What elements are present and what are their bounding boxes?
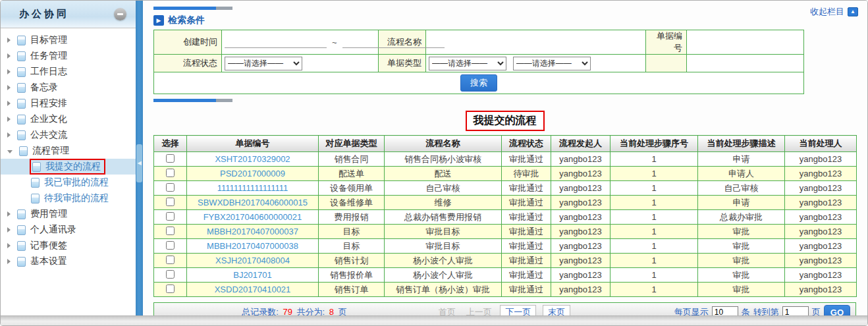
row-checkbox[interactable] [166,212,175,221]
row-checkbox[interactable] [166,183,175,192]
sidebar-item[interactable]: 待我审批的流程 [1,190,136,206]
row-checkbox[interactable] [166,285,175,293]
doc-number-link[interactable]: MBBH20170407000037 [207,227,298,236]
sidebar-item-box: 基本设置 [16,255,70,268]
row-checkbox[interactable] [166,227,175,235]
doc-number-label: 单据编号 [646,30,687,55]
minus-icon[interactable] [114,8,126,20]
collapse-column-link[interactable]: 收起栏目 ▲ [810,6,858,18]
row-checkbox[interactable] [166,198,175,206]
sidebar-item-box: 目标管理 [16,34,70,47]
row-checkbox[interactable] [166,270,175,279]
sidebar-item[interactable]: 公共交流 [1,127,136,143]
sidebar-item[interactable]: 流程管理 [1,143,136,159]
doc-number-input[interactable] [690,36,799,49]
sidebar-item[interactable]: 企业文化 [1,111,136,127]
initiator-cell: yangbo123 [551,283,610,297]
chevron-right-icon[interactable] [7,243,11,248]
doc-number-link[interactable]: 11111111111111111 [217,183,288,193]
sidebar-item-label: 企业文化 [30,113,67,125]
chevron-right-icon[interactable] [7,132,11,138]
doc-number-link[interactable]: XSHT20170329002 [215,154,290,164]
sidebar-item[interactable]: 基本设置 [1,254,136,269]
collapse-up-icon[interactable]: ▲ [848,7,858,16]
row-checkbox[interactable] [166,169,175,177]
initiator-cell: yangbo123 [551,225,610,239]
row-checkbox[interactable] [166,241,175,250]
row-checkbox[interactable] [166,154,175,163]
chevron-right-icon[interactable] [7,85,11,90]
sidebar-item[interactable]: 日程安排 [1,95,136,111]
doc-type-select-2[interactable]: ——请选择—— [513,57,591,70]
process-name-cell: 维修 [385,196,502,210]
chevron-right-icon[interactable] [7,227,11,232]
sidebar-item-box: 备忘录 [16,81,61,94]
sidebar-item-box: 我已审批的流程 [30,176,112,189]
chevron-right-icon[interactable] [7,259,11,264]
row-checkbox[interactable] [166,256,175,264]
empty-label-cell [646,55,687,72]
doc-number-cell: XSDD20170410021 [187,283,319,297]
table-row: XSHT20170329002销售合同销售合同杨小波审核审批通过yangbo12… [154,152,857,167]
sidebar-item[interactable]: 记事便签 [1,238,136,254]
document-icon [17,99,26,109]
doc-number-link[interactable]: XSJH20170408004 [215,256,290,265]
chevron-right-icon[interactable] [7,101,11,106]
doc-number-link[interactable]: BJ201701 [233,270,272,280]
sidebar-item-box: 待我审批的流程 [30,192,112,205]
sidebar-item-label: 我已审批的流程 [44,177,109,188]
chevron-right-icon[interactable] [7,53,11,59]
chevron-right-icon[interactable] [7,117,11,122]
search-section-title: 检索条件 [168,14,205,26]
sidebar-item-box: 公共交流 [16,128,70,142]
doc-type-select-1[interactable]: ——请选择—— [429,57,506,70]
date-range-separator: ~ [332,38,337,47]
select-cell [154,254,187,268]
document-icon [17,209,26,219]
sidebar-item[interactable]: 我已审批的流程 [1,175,136,190]
page-title: 我提交的流程 [466,111,545,131]
step-no-cell: 1 [610,196,698,210]
search-form: 创建时间 ~ 流程名称 单据编号 流程状态 ——请选择—— [153,30,804,94]
process-status-select[interactable]: ——请选择—— [225,57,302,70]
sidebar-item[interactable]: 任务管理 [1,48,136,64]
sidebar-item[interactable]: 费用管理 [1,206,136,222]
doc-type-cell: 销售订单 [319,283,385,297]
initiator-cell: yangbo123 [551,210,610,225]
sidebar-item-label: 基本设置 [30,256,67,267]
sidebar-item[interactable]: 目标管理 [1,32,136,48]
process-name-input[interactable] [429,36,639,49]
column-header: 当前处理步骤描述 [698,136,785,152]
sidebar-item-label: 个人通讯录 [30,224,76,236]
create-time-label: 创建时间 [154,30,222,55]
sidebar-item-label: 公共交流 [30,129,67,141]
doc-number-link[interactable]: PSD2017000009 [220,169,285,178]
initiator-cell: yangbo123 [551,254,610,268]
search-button[interactable]: 搜索 [460,74,497,92]
step-no-cell: 1 [610,283,698,297]
main-panel: 收起栏目 ▲ ▶ 检索条件 创建时间 ~ [143,1,867,325]
doc-number-link[interactable]: XSDD20170410021 [215,285,291,294]
doc-number-link[interactable]: FYBX2017040600000021 [203,212,302,222]
section-arrow-icon[interactable]: ▶ [153,15,164,26]
chevron-right-icon[interactable] [7,69,11,74]
sidebar-item[interactable]: 备忘录 [1,80,136,95]
chevron-down-icon[interactable] [7,150,13,153]
select-cell [154,152,187,167]
splitter-collapse-handle[interactable]: ◀ [136,144,142,182]
create-time-from-input[interactable] [225,36,327,48]
sidebar-item[interactable]: 我提交的流程 [1,159,136,175]
process-name-cell: 总裁办销售费用报销 [385,210,502,225]
doc-number-link[interactable]: MBBH20170407000038 [207,241,298,251]
chevron-right-icon[interactable] [7,38,11,43]
horizontal-scrollbar[interactable] [1,315,867,325]
sidebar-item[interactable]: 个人通讯录 [1,222,136,238]
status-cell: 审批通过 [502,254,551,268]
doc-number-cell: MBBH20170407000038 [187,239,319,254]
document-icon [17,115,26,124]
column-header: 选择 [154,136,187,152]
panel-splitter[interactable]: ◀ [136,1,143,325]
sidebar-item[interactable]: 工作日志 [1,64,136,80]
doc-number-link[interactable]: SBWXDBH20170406000015 [198,198,308,207]
chevron-right-icon[interactable] [7,211,11,217]
